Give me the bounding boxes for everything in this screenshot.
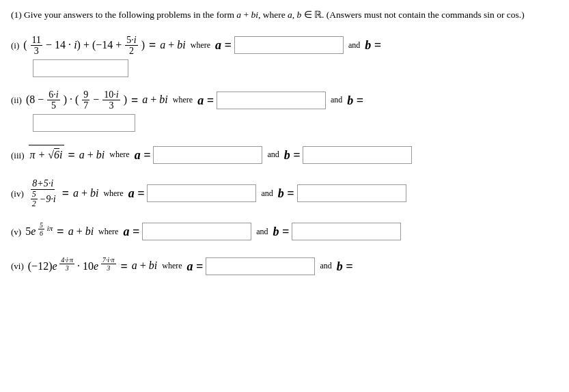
problem-vi-eq: =	[121, 255, 128, 277]
problem-ii-a-input[interactable]	[217, 92, 326, 109]
problem-ii-and: and	[331, 93, 342, 108]
problem-vi-where: where	[162, 259, 182, 274]
problem-iv-eq: =	[62, 182, 69, 204]
problem-i-where: where	[191, 38, 210, 53]
problem-v: (v) 5e 5 6 iπ = a + bi where a = and b =	[11, 221, 558, 242]
problem-vi-expr: (−12)e 4·i·π 3 · 10e 7·i·π 3	[28, 256, 117, 277]
problem-vi-a-label: a =	[187, 255, 204, 277]
problem-iii-b-input[interactable]	[303, 146, 412, 164]
problem-iii-expr: π + √6i	[29, 145, 64, 165]
instructions: (1) Give your answers to the following p…	[11, 8, 558, 22]
problem-v-a-label: a =	[123, 221, 139, 242]
problem-ii-expr: (8 − 6·i 5 ) · ( 9 7 − 10·i 3 )	[26, 89, 127, 111]
problem-i-and: and	[348, 38, 360, 53]
problem-i-label: (i)	[11, 38, 19, 53]
problem-iv-a-input[interactable]	[147, 184, 256, 202]
problem-i-b-label: b =	[365, 34, 381, 56]
problem-vi-label: (vi)	[11, 258, 24, 274]
problem-iii-a-label: a =	[135, 144, 151, 166]
problem-ii-b-label: b =	[347, 89, 363, 111]
problem-v-label: (v)	[11, 224, 21, 240]
problem-iii: (iii) π + √6i = a + bi where a = and b =	[11, 144, 558, 166]
problem-iv-a-label: a =	[128, 182, 145, 204]
problem-iii-a-input[interactable]	[153, 146, 262, 164]
problem-vi: (vi) (−12)e 4·i·π 3 · 10e 7·i·π 3 = a + …	[11, 255, 558, 277]
problem-iv-b-label: b =	[278, 182, 294, 204]
problem-i-b-input[interactable]	[33, 59, 128, 77]
problem-iv-where: where	[103, 186, 123, 201]
problem-iv-label: (iv)	[11, 186, 24, 201]
problem-i-a-label: a =	[215, 34, 232, 56]
problem-ii: (ii) (8 − 6·i 5 ) · ( 9 7 − 10·i 3 ) = a…	[11, 89, 558, 132]
problem-v-b-label: b =	[273, 221, 290, 242]
problem-ii-label: (ii)	[11, 92, 22, 108]
problem-ii-a-label: a =	[197, 89, 214, 111]
problem-iii-label: (iii)	[11, 148, 25, 163]
problem-iii-where: where	[109, 148, 129, 163]
problem-iv-expr: 8+5·i 5 2 −9·i	[28, 178, 58, 208]
problem-v-a-input[interactable]	[142, 223, 251, 240]
problem-i: (i) ( 11 3 − 14 · i) + (−14 + 5·i 2 ) = …	[11, 34, 558, 76]
problem-vi-a-input[interactable]	[206, 257, 315, 275]
problem-iv: (iv) 8+5·i 5 2 −9·i = a + bi where a = a…	[11, 178, 558, 208]
problem-i-a-input[interactable]	[234, 36, 344, 54]
problem-iii-b-label: b =	[284, 144, 301, 166]
problem-i-eq: =	[149, 34, 156, 56]
problem-ii-eq: =	[131, 89, 138, 111]
problem-v-b-input[interactable]	[292, 223, 401, 240]
problem-vi-abi: a + bi	[132, 256, 157, 276]
problem-vi-and: and	[320, 259, 331, 274]
problem-v-where: where	[98, 225, 118, 240]
problem-ii-where: where	[173, 93, 193, 108]
problem-iii-eq: =	[68, 144, 75, 166]
problem-iv-abi: a + bi	[73, 184, 98, 204]
problem-iii-abi: a + bi	[79, 145, 105, 165]
problem-ii-abi: a + bi	[142, 90, 167, 110]
problem-ii-b-input[interactable]	[33, 114, 135, 132]
problem-i-abi: a + bi	[160, 36, 185, 55]
problem-iv-b-input[interactable]	[297, 184, 406, 202]
problem-iii-and: and	[267, 148, 279, 163]
problem-iv-and: and	[261, 186, 273, 201]
problem-v-and: and	[256, 225, 268, 240]
problem-v-expr: 5e 5 6 iπ	[25, 221, 53, 242]
problem-vi-b-label: b =	[337, 255, 353, 277]
problem-v-eq: =	[57, 221, 64, 242]
problem-i-expr: ( 11 3 − 14 · i) + (−14 + 5·i 2 )	[23, 35, 145, 57]
problem-v-abi: a + bi	[68, 222, 94, 242]
